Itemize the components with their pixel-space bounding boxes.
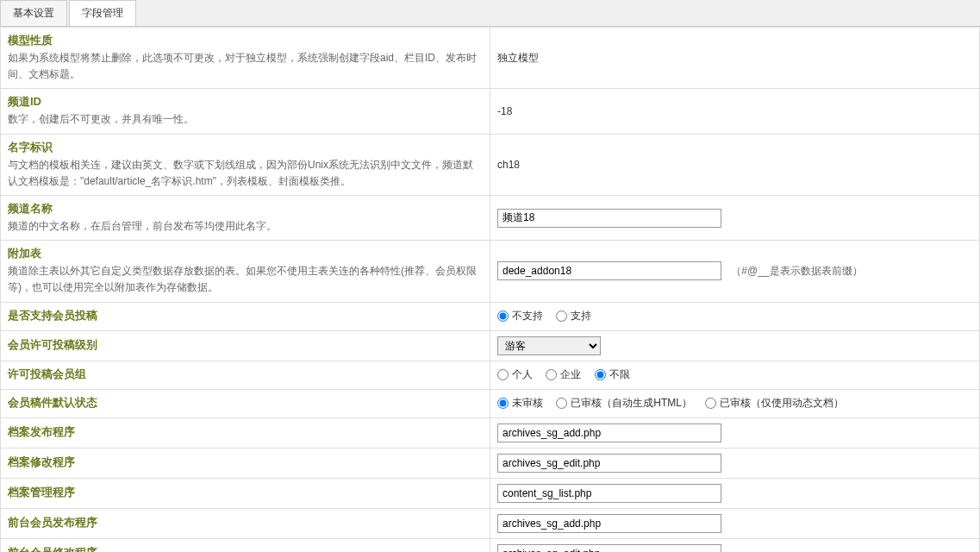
channel-id-value: -18 (490, 89, 980, 134)
channel-name-desc: 频道的中文名称，在后台管理，前台发布等均使用此名字。 (8, 218, 483, 235)
channel-name-input[interactable] (497, 209, 721, 228)
status-dynamic-radio[interactable] (705, 398, 716, 409)
status-html[interactable]: 已审核（自动生成HTML） (556, 396, 692, 411)
name-id-title: 名字标识 (8, 140, 483, 155)
name-id-desc: 与文档的模板相关连，建议由英文、数字或下划线组成，因为部份Unix系统无法识别中… (8, 157, 483, 190)
archive-add-input[interactable] (497, 423, 721, 442)
group-personal-radio[interactable] (497, 369, 509, 380)
status-dynamic[interactable]: 已审核（仅使用动态文档） (705, 396, 844, 411)
front-edit-input[interactable] (497, 544, 721, 553)
group-enterprise[interactable]: 企业 (546, 367, 581, 382)
group-unlimited-radio[interactable] (595, 369, 606, 380)
front-edit-title: 前台会员修改程序 (8, 545, 483, 553)
tab-basic[interactable]: 基本设置 (0, 0, 67, 26)
group-unlimited[interactable]: 不限 (595, 367, 630, 382)
addon-table-title: 附加表 (8, 246, 483, 261)
archive-add-title: 档案发布程序 (8, 424, 483, 440)
tabs-bar: 基本设置 字段管理 (0, 0, 980, 27)
member-group-title: 许可投稿会员组 (8, 367, 483, 382)
default-status-title: 会员稿件默认状态 (8, 395, 483, 411)
member-post-no-radio[interactable] (497, 310, 509, 322)
addon-table-input[interactable] (497, 261, 721, 280)
settings-table: 模型性质 如果为系统模型将禁止删除，此选项不可更改，对于独立模型，系统强制创建字… (0, 27, 980, 552)
model-nature-desc: 如果为系统模型将禁止删除，此选项不可更改，对于独立模型，系统强制创建字段aid、… (8, 50, 483, 83)
tab-fields[interactable]: 字段管理 (69, 0, 136, 26)
addon-table-desc: 频道除主表以外其它自定义类型数据存放数据的表。如果您不使用主表关连的各种特性(推… (8, 263, 483, 296)
archive-manage-input[interactable] (497, 484, 721, 503)
name-id-value: ch18 (490, 134, 980, 195)
channel-id-desc: 数字，创建后不可更改，并具有唯一性。 (8, 111, 483, 128)
status-unreviewed[interactable]: 未审核 (497, 396, 543, 411)
member-post-no[interactable]: 不支持 (497, 309, 543, 323)
model-nature-title: 模型性质 (8, 33, 483, 48)
member-level-select[interactable]: 游客 (497, 336, 601, 355)
member-post-yes-radio[interactable] (556, 310, 567, 322)
group-personal[interactable]: 个人 (497, 367, 533, 382)
front-add-title: 前台会员发布程序 (8, 515, 483, 530)
member-post-title: 是否支持会员投稿 (8, 308, 483, 323)
status-html-radio[interactable] (556, 398, 567, 409)
group-enterprise-radio[interactable] (546, 369, 557, 380)
channel-id-title: 频道ID (8, 94, 483, 110)
member-post-yes[interactable]: 支持 (556, 309, 591, 323)
member-level-title: 会员许可投稿级别 (8, 337, 483, 353)
model-nature-value: 独立模型 (490, 28, 980, 89)
front-add-input[interactable] (497, 514, 721, 533)
archive-edit-input[interactable] (497, 454, 721, 473)
status-unreviewed-radio[interactable] (497, 398, 509, 409)
archive-edit-title: 档案修改程序 (8, 455, 483, 470)
archive-manage-title: 档案管理程序 (8, 485, 483, 500)
channel-name-title: 频道名称 (8, 201, 483, 216)
addon-table-note: （#@__是表示数据表前缀） (731, 265, 862, 277)
